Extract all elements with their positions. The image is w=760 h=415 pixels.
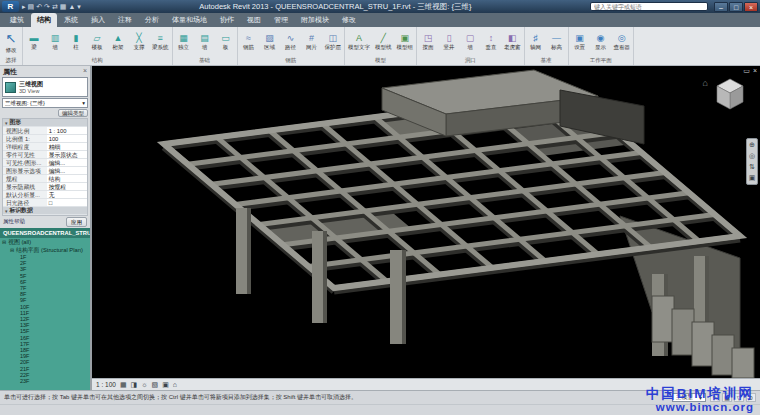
project-browser-header[interactable]: QUEENSROADCENTRAL_STRU_1... — [0, 228, 90, 238]
property-value[interactable]: 100 — [47, 135, 87, 143]
button-保护层[interactable]: ◫保护层 — [323, 33, 344, 51]
tab-管理[interactable]: 管理 — [268, 13, 294, 27]
button-支撑[interactable]: ╳支撑 — [129, 33, 149, 51]
viewcube-home-icon[interactable]: ⌂ — [703, 78, 708, 88]
status-icon[interactable]: ✎ — [710, 393, 720, 402]
property-value[interactable]: 精细 — [47, 143, 87, 151]
close-button[interactable]: × — [744, 2, 758, 12]
button-桁架[interactable]: ▲桁架 — [108, 33, 128, 51]
button-轴网[interactable]: ♯轴网 — [526, 33, 546, 51]
button-按面[interactable]: ◳按面 — [418, 33, 438, 51]
quick-access-icon[interactable]: ▤ — [28, 1, 35, 12]
property-value[interactable]: □ — [47, 199, 87, 207]
quick-access-icon[interactable]: ▸ — [22, 1, 26, 12]
quick-access-icon[interactable]: ↷ — [44, 1, 50, 12]
button-墙[interactable]: ▤墙 — [195, 33, 215, 51]
property-value[interactable]: 按规程 — [47, 183, 87, 191]
expand-icon[interactable]: ⊟ — [10, 247, 14, 255]
button-梁[interactable]: ▬梁 — [24, 33, 44, 51]
nav-icon[interactable]: ⇅ — [749, 163, 755, 171]
tab-系统[interactable]: 系统 — [58, 13, 84, 27]
edit-type-button[interactable]: 编辑类型 — [58, 109, 88, 117]
button-路径[interactable]: ∿路径 — [281, 33, 301, 51]
button-老虎窗[interactable]: ◧老虎窗 — [502, 33, 523, 51]
property-value[interactable]: 显示原状态 — [47, 151, 87, 159]
tab-视图[interactable]: 视图 — [241, 13, 267, 27]
tab-建筑[interactable]: 建筑 — [4, 13, 30, 27]
instance-combobox[interactable]: 三维视图: {三维} ▾ — [2, 98, 88, 108]
button-网片[interactable]: #网片 — [302, 33, 322, 51]
quick-access-icon[interactable]: ▾ — [77, 1, 81, 12]
view-window-control[interactable]: × — [753, 67, 757, 75]
drawing-area[interactable]: ▭× — [92, 66, 760, 390]
button-模型线[interactable]: ╱模型线 — [373, 33, 394, 51]
tab-修改[interactable]: 修改 — [336, 13, 362, 27]
view-control-icon[interactable]: ▧ — [152, 380, 159, 390]
viewcube[interactable] — [712, 76, 748, 112]
type-selector[interactable]: 三维视图 3D View — [2, 77, 88, 97]
minimize-button[interactable]: – — [714, 2, 728, 12]
tab-协作[interactable]: 协作 — [214, 13, 240, 27]
expand-icon[interactable]: ⊟ — [2, 239, 6, 247]
close-icon[interactable]: × — [83, 67, 87, 76]
button-墙[interactable]: ▥墙 — [45, 33, 65, 51]
tree-item[interactable]: ⊟视图 (all) — [2, 239, 90, 247]
ribbon-group-label: 基础 — [174, 56, 236, 65]
nav-icon[interactable]: ▣ — [749, 174, 756, 182]
button-设置[interactable]: ▣设置 — [570, 33, 590, 51]
status-icon[interactable]: ▽ — [734, 393, 744, 402]
button-显示[interactable]: ◉显示 — [591, 33, 611, 51]
property-value[interactable]: 编辑... — [47, 167, 87, 175]
tab-分析[interactable]: 分析 — [139, 13, 165, 27]
button-钢筋[interactable]: ≈钢筋 — [239, 33, 259, 51]
view-window-control[interactable]: ▭ — [743, 67, 750, 75]
apply-button[interactable]: 应用 — [66, 217, 87, 227]
tab-附加模块[interactable]: 附加模块 — [295, 13, 335, 27]
button-独立[interactable]: ▦独立 — [174, 33, 194, 51]
3d-model-canvas[interactable] — [92, 66, 760, 378]
button-查看器[interactable]: ◎查看器 — [612, 33, 633, 51]
search-input[interactable] — [590, 2, 708, 11]
button-垂直[interactable]: ↕垂直 — [481, 33, 501, 51]
properties-help-link[interactable]: 属性帮助 — [3, 218, 25, 225]
quick-access-icon[interactable]: ▲ — [68, 1, 75, 12]
quick-access-icon[interactable]: ▦ — [60, 1, 67, 12]
view-control-icon[interactable]: ◨ — [131, 380, 138, 390]
button-模型文字[interactable]: A模型文字 — [346, 33, 372, 51]
tab-结构[interactable]: 结构 — [31, 13, 57, 27]
application-menu-button[interactable]: R — [2, 1, 19, 12]
quick-access-icon[interactable]: ↶ — [36, 1, 42, 12]
maximize-button[interactable]: □ — [729, 2, 743, 12]
button-区域[interactable]: ▨区域 — [260, 33, 280, 51]
button-修改[interactable]: ↖修改 — [1, 31, 21, 54]
property-value[interactable]: 结构 — [47, 175, 87, 183]
button-楼板[interactable]: ▱楼板 — [87, 33, 107, 51]
button-竖井[interactable]: ▯竖井 — [439, 33, 459, 51]
property-value[interactable]: 编辑... — [47, 159, 87, 167]
status-icon[interactable]: 0 — [746, 393, 756, 402]
view-control-icon[interactable]: ▣ — [162, 380, 169, 390]
button-模型组[interactable]: ▣模型组 — [395, 33, 416, 51]
button-墙[interactable]: ▢墙 — [460, 33, 480, 51]
tree-item[interactable]: ⊟结构平面 (Structural Plan) — [2, 247, 90, 255]
property-value[interactable]: 1 : 100 — [47, 127, 87, 135]
view-scale-button[interactable]: 1 : 100 — [96, 381, 116, 388]
nav-icon[interactable]: ◎ — [749, 152, 755, 160]
view-control-icon[interactable]: ☼ — [141, 380, 147, 390]
view-control-icon[interactable]: ⌂ — [173, 380, 177, 390]
button-标高[interactable]: —标高 — [547, 33, 567, 51]
button-柱[interactable]: ▮柱 — [66, 33, 86, 51]
nav-icon[interactable]: ⊕ — [749, 141, 755, 149]
button-label: 板 — [223, 44, 229, 51]
worksets-dropdown[interactable]: 主模型 ▾ — [672, 393, 706, 402]
tab-注释[interactable]: 注释 — [112, 13, 138, 27]
tree-item-floor[interactable]: 23F — [2, 378, 90, 384]
button-板[interactable]: ▭板 — [216, 33, 236, 51]
status-icon[interactable]: ▦ — [722, 393, 732, 402]
property-value[interactable]: 无 — [47, 191, 87, 199]
quick-access-icon[interactable]: ⇄ — [52, 1, 58, 12]
tab-插入[interactable]: 插入 — [85, 13, 111, 27]
button-梁系统[interactable]: ≡梁系统 — [150, 33, 171, 51]
view-control-icon[interactable]: ▦ — [120, 380, 127, 390]
tab-体量和场地[interactable]: 体量和场地 — [166, 13, 213, 27]
